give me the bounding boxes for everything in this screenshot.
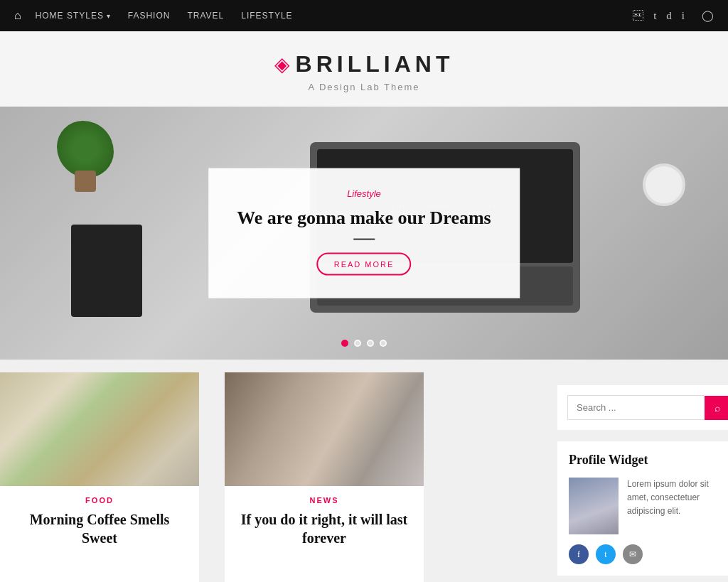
notebook-decoration (71, 225, 142, 317)
profile-image (569, 478, 619, 534)
search-icon: ⌕ (714, 402, 720, 414)
twitter-icon: t (604, 549, 606, 560)
plant-decoration (57, 121, 114, 192)
twitter-icon[interactable]: t (653, 10, 656, 22)
search-button[interactable]: ⌕ (705, 396, 728, 420)
articles-area: FOOD Morning Coffee Smells Sweet NEWS If… (0, 372, 545, 582)
search-widget: ⌕ (557, 385, 728, 430)
carousel-dot-1[interactable] (341, 340, 348, 347)
site-tagline: A Design Lab Theme (0, 82, 728, 92)
profile-widget-body: Lorem ipsum dolor sit amet, consectetuer… (569, 478, 717, 534)
nav-link-lifestyle[interactable]: LIFESTYLE (241, 11, 292, 21)
facebook-social-button[interactable]: f (569, 544, 589, 564)
nav-social-icons:  t d i ◯ (633, 9, 714, 22)
search-input[interactable] (567, 395, 705, 420)
instagram-icon[interactable]: i (682, 10, 685, 22)
hero-category: Lifestyle (237, 188, 491, 199)
email-icon: ✉ (629, 549, 636, 560)
article-card-food: FOOD Morning Coffee Smells Sweet (0, 372, 199, 582)
coffee-mug-decoration (643, 163, 685, 206)
article-category-food: FOOD (13, 496, 186, 505)
plant-leaves (57, 121, 114, 178)
facebook-icon[interactable]:  (633, 10, 643, 22)
site-title: BRILLIANT (296, 51, 454, 77)
email-social-button[interactable]: ✉ (623, 544, 643, 564)
nav-link-fashion[interactable]: FASHION (128, 11, 171, 21)
nav-link-travel[interactable]: TRAVEL (187, 11, 224, 21)
hero-card: Lifestyle We are gonna make our Dreams R… (208, 168, 520, 298)
article-card-news: NEWS If you do it right, it will last fo… (225, 372, 424, 582)
news-image-placeholder (225, 372, 424, 486)
nav-link-home-styles[interactable]: HOME STYLES (36, 11, 111, 21)
nav-search-icon[interactable]: ◯ (702, 9, 714, 22)
article-body-food: FOOD Morning Coffee Smells Sweet (0, 486, 199, 560)
food-image-placeholder (0, 372, 199, 486)
dribbble-icon[interactable]: d (666, 10, 672, 22)
hero-section: THIS IS WHERE YOU ARE Lifestyle We are g… (0, 107, 728, 360)
carousel-dot-2[interactable] (354, 340, 361, 347)
profile-widget-title: Profile Widget (569, 453, 717, 468)
article-title-food: Morning Coffee Smells Sweet (13, 510, 186, 547)
plant-pot (75, 171, 96, 192)
hero-read-more-button[interactable]: READ MORE (317, 252, 412, 275)
carousel-dot-3[interactable] (367, 340, 374, 347)
home-icon[interactable]: ⌂ (14, 9, 21, 22)
profile-text: Lorem ipsum dolor sit amet, consectetuer… (627, 478, 717, 534)
site-logo: ◈ BRILLIANT (0, 51, 728, 77)
sidebar: ⌕ Profile Widget Lorem ipsum dolor sit a… (557, 372, 728, 582)
nav-links: HOME STYLES FASHION TRAVEL LIFESTYLE (36, 11, 293, 21)
profile-widget: Profile Widget Lorem ipsum dolor sit ame… (557, 441, 728, 576)
twitter-social-button[interactable]: t (596, 544, 616, 564)
hero-title: We are gonna make our Dreams (237, 206, 491, 230)
top-navigation: ⌂ HOME STYLES FASHION TRAVEL LIFESTYLE … (0, 0, 728, 31)
article-image-news (225, 372, 424, 486)
article-image-food (0, 372, 199, 486)
facebook-icon: f (577, 549, 580, 560)
article-body-news: NEWS If you do it right, it will last fo… (225, 486, 424, 560)
site-header: ◈ BRILLIANT A Design Lab Theme (0, 31, 728, 107)
carousel-dot-4[interactable] (380, 340, 387, 347)
article-title-news: If you do it right, it will last forever (237, 510, 411, 547)
carousel-dots (341, 340, 387, 347)
below-hero-layout: FOOD Morning Coffee Smells Sweet NEWS If… (0, 360, 728, 582)
diamond-icon: ◈ (274, 53, 290, 76)
article-category-news: NEWS (237, 496, 411, 505)
hero-divider (353, 238, 375, 239)
profile-social-links: f t ✉ (569, 544, 717, 564)
